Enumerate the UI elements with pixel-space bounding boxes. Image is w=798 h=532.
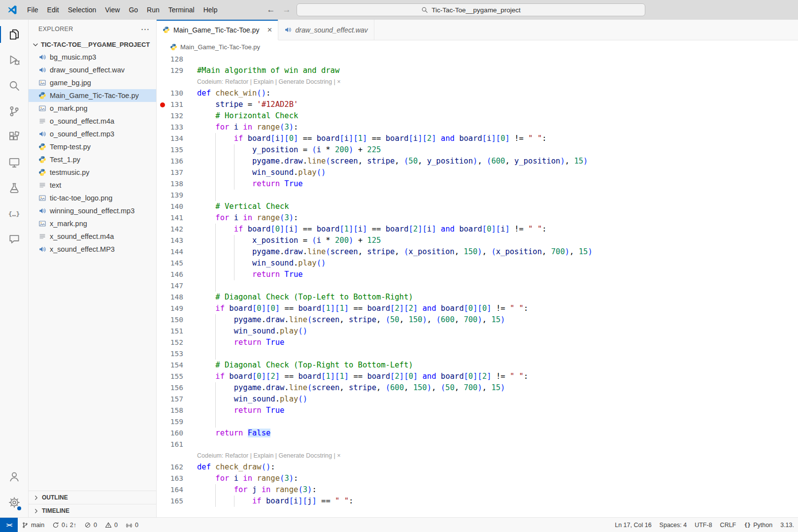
line-content[interactable]: win_sound.play() (183, 326, 307, 337)
line-content[interactable] (183, 439, 197, 450)
activitybar-remote-explorer[interactable] (0, 150, 28, 175)
line-content[interactable]: pygame.draw.line(screen, stripe, (50, y_… (183, 156, 588, 167)
menu-view[interactable]: View (100, 3, 124, 16)
line-content[interactable]: if board[0][0] == board[1][1] == board[2… (183, 303, 528, 314)
line-content[interactable]: y_position = (i * 200) + 225 (183, 144, 381, 156)
menu-file[interactable]: File (23, 3, 43, 16)
line-number-gutter[interactable]: 152 (157, 337, 183, 348)
codeium-lens[interactable]: Codeium: Refactor | Explain | Generate D… (183, 76, 340, 88)
file-x_sound_effect.MP3[interactable]: x_sound_effect.MP3 (29, 243, 156, 256)
line-number-gutter[interactable]: 129 (157, 65, 183, 76)
line-content[interactable] (183, 190, 197, 201)
status-warnings[interactable]: 0 (101, 518, 122, 532)
line-content[interactable]: if board[i][j] == " ": (183, 496, 353, 507)
folder-root[interactable]: TIC-TAC-TOE__PYGAME_PROJECT (29, 38, 156, 51)
line-number-gutter[interactable]: 148 (157, 292, 183, 303)
status-eol[interactable]: CRLF (716, 518, 740, 532)
file-testmusic.py[interactable]: testmusic.py (29, 166, 156, 179)
line-number-gutter[interactable]: 151 (157, 326, 183, 337)
line-content[interactable]: return True (183, 178, 303, 190)
line-number-gutter[interactable]: 160 (157, 428, 183, 439)
line-number-gutter[interactable]: 140 (157, 201, 183, 212)
menu-help[interactable]: Help (199, 3, 222, 16)
line-content[interactable]: win_sound.play() (183, 394, 307, 405)
file-winning_sound_effect.mp3[interactable]: winning_sound_effect.mp3 (29, 204, 156, 217)
line-number-gutter[interactable]: 163 (157, 473, 183, 484)
line-content[interactable]: # Diagonal Check (Top-Right to Bottom-Le… (183, 360, 413, 371)
line-content[interactable]: if board[0][2] == board[1][1] == board[2… (183, 371, 528, 382)
line-content[interactable]: def check_win(): (183, 88, 270, 99)
line-content[interactable] (183, 54, 197, 65)
line-number-gutter[interactable]: 147 (157, 280, 183, 292)
activitybar-explorer[interactable] (0, 22, 28, 47)
file-o_sound_effect.mp3[interactable]: o_sound_effect.mp3 (29, 128, 156, 140)
status-branch[interactable]: main (18, 518, 48, 532)
activitybar-source-control[interactable] (0, 99, 28, 124)
line-number-gutter[interactable]: 131 (157, 99, 183, 110)
line-number-gutter[interactable]: 133 (157, 122, 183, 133)
line-number-gutter[interactable]: 134 (157, 133, 183, 144)
line-content[interactable]: # Diagonal Check (Top-Left to Bottom-Rig… (183, 292, 413, 303)
activitybar-settings[interactable] (0, 490, 28, 515)
line-number-gutter[interactable]: 162 (157, 462, 183, 473)
line-number-gutter[interactable]: 132 (157, 110, 183, 122)
activitybar-extensions[interactable] (0, 124, 28, 150)
line-number-gutter[interactable]: 130 (157, 88, 183, 99)
line-number-gutter[interactable]: 138 (157, 178, 183, 190)
line-number-gutter[interactable]: 157 (157, 394, 183, 405)
line-content[interactable]: if board[0][i] == board[1][i] == board[2… (183, 224, 547, 235)
section-outline[interactable]: OUTLINE (29, 491, 156, 504)
status-errors[interactable]: 0 (80, 518, 101, 532)
line-number-gutter[interactable]: 165 (157, 496, 183, 507)
menu-terminal[interactable]: Terminal (164, 3, 199, 16)
status-language[interactable]: {}Python (740, 518, 776, 532)
file-text[interactable]: text (29, 179, 156, 192)
status-interpreter[interactable]: 3.13. (776, 518, 798, 532)
forward-arrow-icon[interactable]: → (281, 5, 293, 15)
status-cursor-position[interactable]: Ln 17, Col 16 (611, 518, 655, 532)
activitybar-testing[interactable] (0, 175, 28, 201)
line-content[interactable]: stripe = '#12AD2B' (183, 99, 298, 110)
status-indentation[interactable]: Spaces: 4 (656, 518, 691, 532)
line-content[interactable] (183, 280, 197, 292)
line-number-gutter[interactable]: 156 (157, 382, 183, 394)
activitybar-search[interactable] (0, 73, 28, 99)
back-arrow-icon[interactable]: ← (265, 5, 277, 15)
file-tic-tac-toe_logo.png[interactable]: tic-tac-toe_logo.png (29, 192, 156, 204)
line-content[interactable]: return True (183, 405, 284, 416)
line-number-gutter[interactable]: 135 (157, 144, 183, 156)
line-content[interactable]: for j in range(3): (183, 484, 317, 496)
line-number-gutter[interactable]: 159 (157, 416, 183, 428)
tab-Main_Game_Tic-Tac-Toe.py[interactable]: Main_Game_Tic-Tac-Toe.py× (157, 20, 278, 40)
file-Main_Game_Tic-Tac-Toe.py[interactable]: Main_Game_Tic-Tac-Toe.py (29, 89, 156, 102)
line-content[interactable]: if board[i][0] == board[i][1] == board[i… (183, 133, 547, 144)
status-sync[interactable]: 0↓ 2↑ (48, 518, 80, 532)
file-draw_sound_effect.wav[interactable]: draw_sound_effect.wav (29, 64, 156, 76)
close-icon[interactable]: × (267, 26, 272, 34)
line-number-gutter[interactable]: 137 (157, 167, 183, 178)
line-number-gutter[interactable]: 144 (157, 246, 183, 258)
line-content[interactable]: # Horizontal Check (183, 110, 298, 122)
line-number-gutter[interactable]: 150 (157, 314, 183, 326)
line-number-gutter[interactable]: 158 (157, 405, 183, 416)
line-number-gutter[interactable]: 146 (157, 269, 183, 280)
status-encoding[interactable]: UTF-8 (691, 518, 716, 532)
line-number-gutter[interactable]: 161 (157, 439, 183, 450)
line-content[interactable]: x_position = (i * 200) + 125 (183, 235, 381, 246)
line-content[interactable]: win_sound.play() (183, 167, 326, 178)
section-timeline[interactable]: TIMELINE (29, 504, 156, 517)
line-content[interactable]: for i in range(3): (183, 122, 298, 133)
line-number-gutter[interactable]: 136 (157, 156, 183, 167)
command-center-search[interactable]: Tic-Tac-Toe__pygame_project (297, 3, 645, 16)
codeium-lens[interactable]: Codeium: Refactor | Explain | Generate D… (183, 450, 340, 462)
file-Temp-test.py[interactable]: Temp-test.py (29, 140, 156, 153)
status-remote[interactable]: >< (0, 518, 18, 532)
file-game_bg.jpg[interactable]: game_bg.jpg (29, 76, 156, 89)
line-number-gutter[interactable]: 149 (157, 303, 183, 314)
file-o_mark.png[interactable]: o_mark.png (29, 102, 156, 115)
line-content[interactable]: for i in range(3): (183, 473, 298, 484)
activitybar-snippets[interactable]: {…} (0, 201, 28, 227)
line-content[interactable]: return True (183, 337, 284, 348)
line-number-gutter[interactable]: 154 (157, 360, 183, 371)
line-content[interactable]: return False (183, 428, 270, 439)
